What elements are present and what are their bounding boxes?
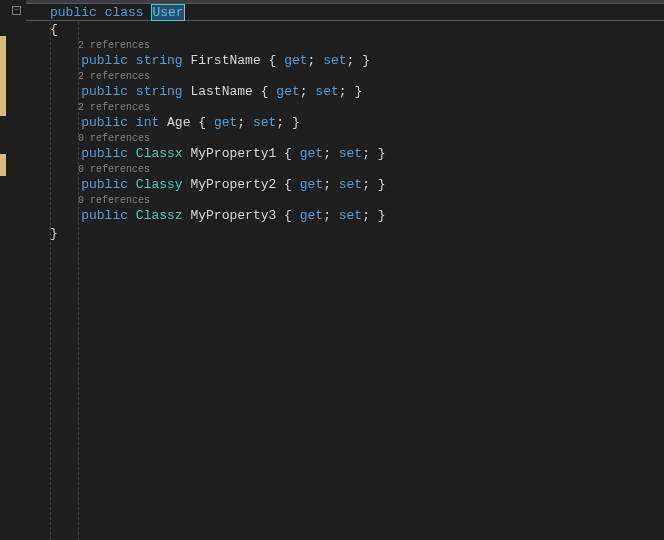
accessor-set: set <box>339 177 362 192</box>
accessor-set: set <box>339 208 362 223</box>
accessor-get: get <box>300 146 323 161</box>
property-line[interactable]: public Classz MyProperty3 { get; set; } <box>50 207 664 225</box>
codelens-references[interactable]: 0 references <box>50 163 664 176</box>
change-marker <box>0 154 6 176</box>
class-name-selected[interactable]: User <box>151 4 184 21</box>
property-line[interactable]: public Classx MyProperty1 { get; set; } <box>50 145 664 163</box>
codelens-references[interactable]: 2 references <box>50 70 664 83</box>
accessor-get: get <box>276 84 299 99</box>
property-name: MyProperty3 <box>190 208 276 223</box>
accessor-set: set <box>315 84 338 99</box>
property-line[interactable]: public string LastName { get; set; } <box>50 83 664 101</box>
property-line[interactable]: public int Age { get; set; } <box>50 114 664 132</box>
type-name: Classy <box>136 177 183 192</box>
property-line[interactable]: public string FirstName { get; set; } <box>50 52 664 70</box>
code-area[interactable]: public class User { 2 references public … <box>26 0 664 540</box>
accessor-get: get <box>284 53 307 68</box>
codelens-references[interactable]: 2 references <box>50 39 664 52</box>
type-name: Classx <box>136 146 183 161</box>
keyword-public: public <box>81 177 128 192</box>
class-body[interactable]: { 2 references public string FirstName {… <box>26 21 664 243</box>
type-name: int <box>136 115 159 130</box>
accessor-set: set <box>339 146 362 161</box>
class-declaration-line[interactable]: public class User <box>26 3 664 21</box>
accessor-get: get <box>300 177 323 192</box>
codelens-references[interactable]: 0 references <box>50 132 664 145</box>
property-line[interactable]: public Classy MyProperty2 { get; set; } <box>50 176 664 194</box>
codelens-references[interactable]: 2 references <box>50 101 664 114</box>
keyword-public: public <box>81 53 128 68</box>
brace-open-line[interactable]: { <box>50 21 664 39</box>
brace-close-line[interactable]: } <box>50 225 664 243</box>
accessor-set: set <box>323 53 346 68</box>
change-marker <box>0 36 6 116</box>
accessor-set: set <box>253 115 276 130</box>
keyword-class: class <box>105 5 144 20</box>
property-name: Age <box>167 115 190 130</box>
type-name: string <box>136 84 183 99</box>
property-name: MyProperty2 <box>190 177 276 192</box>
property-name: MyProperty1 <box>190 146 276 161</box>
type-name: Classz <box>136 208 183 223</box>
keyword-public: public <box>81 84 128 99</box>
keyword-public: public <box>81 146 128 161</box>
code-editor[interactable]: − public class User { 2 references publi… <box>0 0 664 540</box>
accessor-get: get <box>300 208 323 223</box>
codelens-references[interactable]: 0 references <box>50 194 664 207</box>
text-caret <box>184 5 185 20</box>
keyword-public: public <box>81 115 128 130</box>
type-name: string <box>136 53 183 68</box>
keyword-public: public <box>81 208 128 223</box>
property-name: LastName <box>190 84 252 99</box>
keyword-public: public <box>50 5 97 20</box>
editor-gutter: − <box>0 0 26 540</box>
fold-toggle-icon[interactable]: − <box>12 6 21 15</box>
accessor-get: get <box>214 115 237 130</box>
property-name: FirstName <box>190 53 260 68</box>
